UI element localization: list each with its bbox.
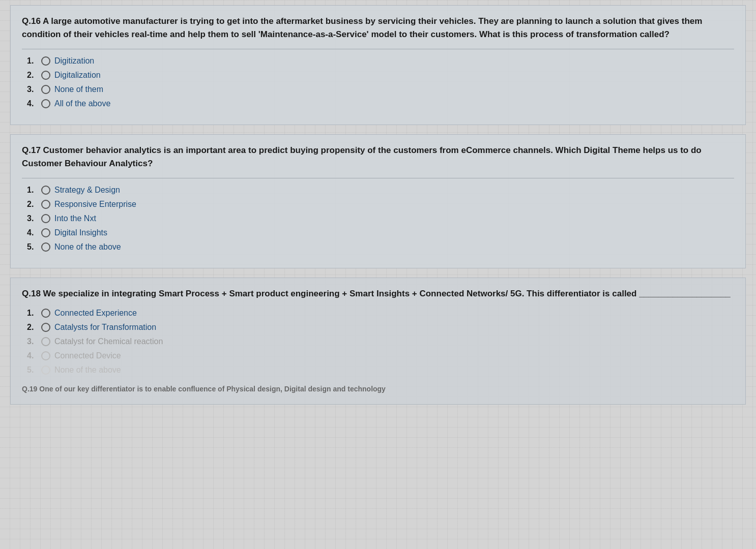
option-label: Responsive Enterprise	[54, 200, 136, 209]
option-label: None of them	[54, 85, 103, 94]
q16-option-1[interactable]: 1. Digitization	[27, 56, 734, 66]
radio-icon[interactable]	[41, 200, 50, 209]
option-number: 4.	[27, 228, 41, 237]
q17-option-4[interactable]: 4. Digital Insights	[27, 228, 734, 237]
q18-option-5[interactable]: 5. None of the above	[27, 365, 734, 375]
q19-preview-text: Q.19 One of our key differentiator is to…	[22, 385, 734, 393]
radio-icon[interactable]	[41, 309, 50, 318]
radio-icon[interactable]	[41, 85, 50, 94]
q17-option-2[interactable]: 2. Responsive Enterprise	[27, 200, 734, 209]
q18-option-1[interactable]: 1. Connected Experience	[27, 309, 734, 318]
option-label: None of the above	[54, 365, 121, 375]
question-16-text: Q.16 A large automotive manufacturer is …	[22, 15, 734, 41]
question-18-block: Q.18 We specialize in integrating Smart …	[10, 278, 746, 405]
radio-icon[interactable]	[41, 56, 50, 66]
radio-icon[interactable]	[41, 186, 50, 195]
question-16-block: Q.16 A large automotive manufacturer is …	[10, 5, 746, 125]
option-number: 1.	[27, 56, 41, 66]
radio-icon[interactable]	[41, 228, 50, 237]
option-number: 2.	[27, 323, 41, 332]
option-number: 2.	[27, 200, 41, 209]
q16-divider	[22, 49, 734, 49]
q18-option-3[interactable]: 3. Catalyst for Chemical reaction	[27, 337, 734, 346]
option-label: Digitization	[54, 56, 94, 66]
q17-option-5[interactable]: 5. None of the above	[27, 242, 734, 252]
option-label: Connected Device	[54, 351, 121, 360]
q17-option-1[interactable]: 1. Strategy & Design	[27, 186, 734, 195]
radio-icon[interactable]	[41, 337, 50, 346]
q18-body: We specialize in integrating Smart Proce…	[43, 289, 731, 298]
question-17-block: Q.17 Customer behavior analytics is an i…	[10, 134, 746, 268]
option-label: Strategy & Design	[54, 186, 120, 195]
q18-option-4[interactable]: 4. Connected Device	[27, 351, 734, 360]
option-number: 3.	[27, 85, 41, 94]
option-label: Digital Insights	[54, 228, 107, 237]
option-label: Catalyst for Chemical reaction	[54, 337, 163, 346]
option-label: None of the above	[54, 242, 121, 252]
page-container: Q.16 A large automotive manufacturer is …	[0, 0, 756, 549]
q17-option-3[interactable]: 3. Into the Nxt	[27, 214, 734, 223]
option-number: 4.	[27, 99, 41, 108]
q16-option-3[interactable]: 3. None of them	[27, 85, 734, 94]
radio-icon[interactable]	[41, 71, 50, 80]
q18-number: Q.18	[22, 289, 41, 298]
q17-number: Q.17	[22, 145, 41, 155]
q17-divider	[22, 178, 734, 178]
question-18-text: Q.18 We specialize in integrating Smart …	[22, 287, 734, 300]
option-label: All of the above	[54, 99, 110, 108]
option-number: 1.	[27, 186, 41, 195]
q16-number: Q.16	[22, 16, 41, 26]
option-number: 3.	[27, 337, 41, 346]
option-number: 2.	[27, 71, 41, 80]
option-number: 4.	[27, 351, 41, 360]
q16-options: 1. Digitization 2. Digitalization 3. Non…	[22, 56, 734, 108]
q16-option-4[interactable]: 4. All of the above	[27, 99, 734, 108]
question-17-text: Q.17 Customer behavior analytics is an i…	[22, 144, 734, 170]
option-label: Connected Experience	[54, 309, 137, 318]
q18-option-2[interactable]: 2. Catalysts for Transformation	[27, 323, 734, 332]
radio-icon[interactable]	[41, 242, 50, 252]
radio-icon[interactable]	[41, 323, 50, 332]
q19-text-content: Q.19 One of our key differentiator is to…	[22, 385, 386, 393]
q16-option-2[interactable]: 2. Digitalization	[27, 71, 734, 80]
option-label: Catalysts for Transformation	[54, 323, 156, 332]
q16-body: A large automotive manufacturer is tryin…	[22, 16, 702, 39]
radio-icon[interactable]	[41, 351, 50, 360]
option-number: 1.	[27, 309, 41, 318]
radio-icon[interactable]	[41, 99, 50, 108]
q17-options: 1. Strategy & Design 2. Responsive Enter…	[22, 186, 734, 252]
q18-options: 1. Connected Experience 2. Catalysts for…	[22, 309, 734, 375]
option-label: Digitalization	[54, 71, 101, 80]
option-number: 5.	[27, 242, 41, 252]
q17-body: Customer behavior analytics is an import…	[22, 145, 702, 168]
radio-icon[interactable]	[41, 214, 50, 223]
option-number: 5.	[27, 365, 41, 375]
option-label: Into the Nxt	[54, 214, 96, 223]
option-number: 3.	[27, 214, 41, 223]
radio-icon[interactable]	[41, 365, 50, 375]
